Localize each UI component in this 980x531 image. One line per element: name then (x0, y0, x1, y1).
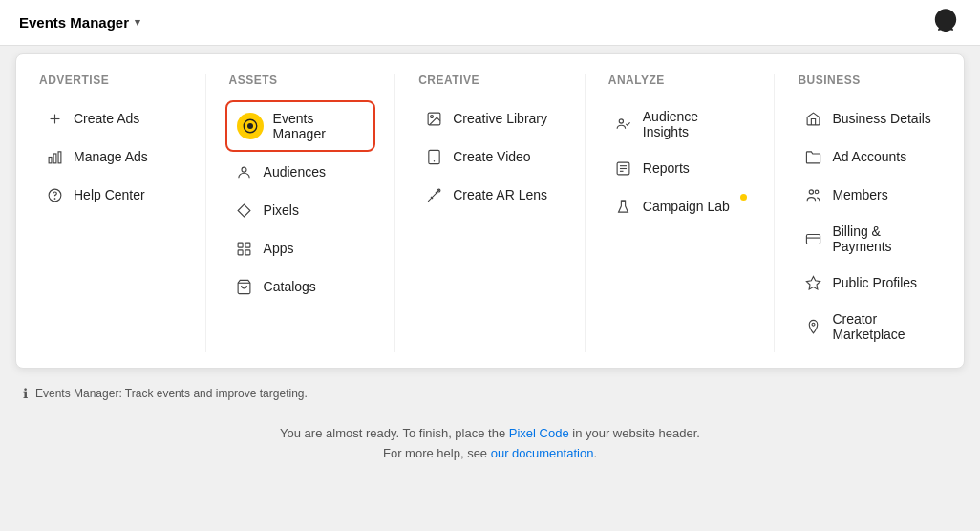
svg-line-20 (428, 189, 440, 202)
svg-point-6 (54, 198, 55, 199)
menu-item-pixels-label: Pixels (264, 202, 299, 218)
info-icon: ℹ (23, 386, 28, 401)
menu-item-ad-accounts-label: Ad Accounts (832, 149, 906, 164)
svg-point-17 (430, 115, 433, 117)
advertise-column-title: Advertise (35, 74, 186, 87)
menu-item-catalogs-label: Catalogs (264, 279, 316, 294)
menu-item-manage-ads[interactable]: Manage Ads (35, 138, 186, 175)
grid-icon (235, 239, 254, 258)
menu-item-create-ar-lens-label: Create AR Lens (453, 187, 547, 202)
menu-item-create-video[interactable]: Create Video (415, 138, 565, 175)
svg-rect-4 (58, 151, 61, 162)
menu-item-events-manager[interactable]: Events Manager (225, 100, 376, 152)
menu-item-manage-ads-label: Manage Ads (74, 149, 148, 164)
bar-chart-icon (45, 147, 64, 166)
menu-item-catalogs[interactable]: Catalogs (225, 268, 376, 305)
person-chart-icon (614, 115, 633, 134)
bottom-message: You are almost ready. To finish, place t… (0, 424, 980, 464)
events-manager-menu-trigger[interactable]: Events Manager ▾ (19, 14, 140, 31)
menu-item-audience-insights[interactable]: Audience Insights (605, 100, 756, 148)
advertise-column: Advertise Create Ads Manage Ads Help Cen… (16, 74, 206, 352)
bottom-line2-prefix: For more help, see (383, 446, 491, 460)
svg-point-9 (242, 167, 246, 172)
person-icon (235, 162, 254, 181)
navigation-dropdown: Advertise Create Ads Manage Ads Help Cen… (15, 53, 965, 369)
svg-point-29 (815, 190, 819, 194)
business-column: Business Business Details Ad Accounts Me… (775, 74, 964, 352)
svg-point-28 (809, 189, 813, 193)
people-icon (803, 185, 822, 204)
campaign-lab-badge (740, 194, 747, 201)
cart-icon (235, 277, 254, 296)
wand-icon (424, 185, 443, 204)
snapchat-logo[interactable] (930, 6, 961, 40)
star-icon (803, 273, 822, 292)
report-icon (614, 159, 633, 178)
menu-item-create-ads-label: Create Ads (74, 111, 139, 126)
assets-column: Assets Events Manager Audiences Pixels (206, 74, 396, 352)
menu-item-business-details[interactable]: Business Details (794, 100, 945, 137)
menu-item-apps-label: Apps (264, 241, 294, 256)
menu-item-business-details-label: Business Details (832, 111, 931, 126)
menu-item-creator-marketplace-label: Creator Marketplace (832, 311, 935, 342)
svg-point-33 (812, 323, 815, 326)
diamond-icon (235, 201, 254, 220)
menu-item-help-center[interactable]: Help Center (35, 177, 186, 213)
bottom-line2-suffix: . (593, 446, 597, 460)
analyze-column: Analyze Audience Insights Reports Campai… (586, 74, 776, 352)
menu-item-create-ar-lens[interactable]: Create AR Lens (415, 177, 565, 213)
business-column-title: Business (794, 74, 945, 87)
menu-item-audience-insights-label: Audience Insights (643, 109, 746, 139)
menu-item-apps[interactable]: Apps (225, 230, 376, 266)
menu-item-create-video-label: Create Video (453, 149, 530, 164)
top-bar: Events Manager ▾ (0, 0, 980, 46)
info-bar: ℹ Events Manager: Track events and impro… (0, 376, 980, 407)
creative-column-title: Creative (415, 74, 565, 87)
analyze-column-title: Analyze (605, 74, 756, 87)
menu-item-ad-accounts[interactable]: Ad Accounts (794, 138, 945, 175)
menu-item-members[interactable]: Members (794, 177, 945, 213)
credit-card-icon (803, 229, 822, 248)
menu-item-billing-payments[interactable]: Billing & Payments (794, 215, 945, 263)
svg-point-22 (620, 118, 624, 122)
menu-item-help-center-label: Help Center (74, 187, 145, 202)
svg-marker-10 (238, 204, 250, 217)
bottom-line1-prefix: You are almost ready. To finish, place t… (280, 426, 509, 440)
svg-rect-3 (53, 153, 56, 162)
svg-rect-11 (238, 243, 243, 247)
menu-item-create-ads[interactable]: Create Ads (35, 100, 186, 137)
chevron-down-icon: ▾ (135, 16, 140, 29)
menu-item-audiences[interactable]: Audiences (225, 154, 376, 190)
menu-item-billing-payments-label: Billing & Payments (832, 223, 935, 254)
menu-item-reports[interactable]: Reports (605, 150, 756, 186)
tablet-icon (424, 147, 443, 166)
circle-question-icon (45, 185, 64, 204)
svg-rect-13 (238, 249, 243, 254)
menu-item-reports-label: Reports (643, 160, 690, 176)
svg-rect-12 (245, 243, 250, 247)
menu-item-events-manager-label: Events Manager (273, 111, 365, 141)
flask-icon (614, 197, 633, 216)
info-text: Events Manager: Track events and improve… (35, 387, 308, 400)
home-icon (803, 109, 822, 128)
svg-point-8 (247, 123, 253, 129)
events-manager-icon (237, 113, 264, 139)
creative-column: Creative Creative Library Create Video C… (395, 74, 586, 352)
menu-item-pixels[interactable]: Pixels (225, 192, 376, 228)
menu-item-creator-marketplace[interactable]: Creator Marketplace (794, 303, 945, 350)
plus-icon (45, 109, 64, 128)
menu-item-public-profiles[interactable]: Public Profiles (794, 265, 945, 301)
location-pin-icon (803, 317, 822, 336)
svg-rect-2 (49, 157, 52, 162)
menu-item-creative-library[interactable]: Creative Library (415, 100, 565, 137)
menu-item-public-profiles-label: Public Profiles (832, 275, 917, 290)
menu-item-audiences-label: Audiences (264, 164, 326, 180)
folder-icon (803, 147, 822, 166)
svg-rect-30 (806, 234, 820, 244)
pixel-code-link[interactable]: Pixel Code (509, 426, 569, 440)
menu-item-campaign-lab[interactable]: Campaign Lab (605, 188, 756, 224)
menu-item-creative-library-label: Creative Library (453, 111, 547, 126)
documentation-link[interactable]: our documentation (491, 446, 594, 460)
svg-rect-14 (245, 249, 250, 254)
menu-item-campaign-lab-label: Campaign Lab (643, 199, 730, 214)
